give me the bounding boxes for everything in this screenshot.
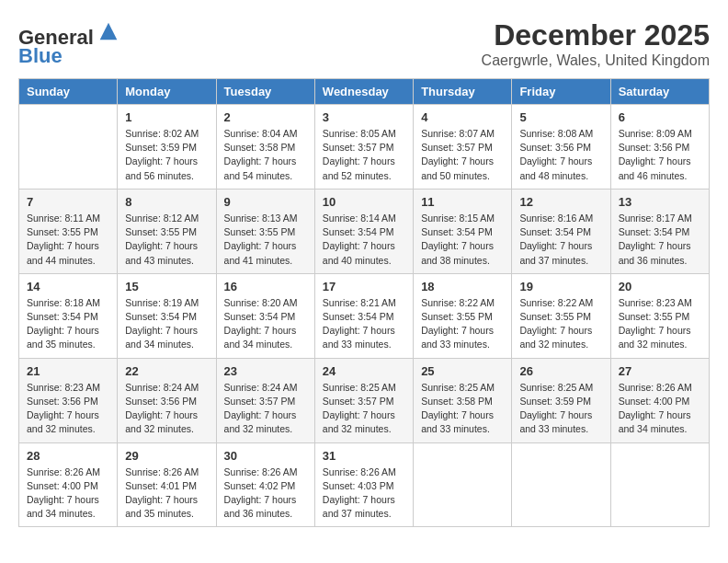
day-info: Sunrise: 8:22 AM Sunset: 3:55 PM Dayligh… <box>519 296 602 352</box>
day-info: Sunrise: 8:23 AM Sunset: 3:56 PM Dayligh… <box>27 381 109 437</box>
day-number: 10 <box>323 195 405 209</box>
day-info: Sunrise: 8:14 AM Sunset: 3:54 PM Dayligh… <box>323 212 405 268</box>
calendar-cell <box>19 105 118 190</box>
day-number: 23 <box>224 364 307 378</box>
calendar-cell: 8Sunrise: 8:12 AM Sunset: 3:55 PM Daylig… <box>118 189 216 273</box>
day-number: 21 <box>27 364 109 378</box>
logo-triangle-icon <box>96 18 121 44</box>
day-number: 12 <box>519 195 602 209</box>
day-info: Sunrise: 8:25 AM Sunset: 3:57 PM Dayligh… <box>323 381 405 437</box>
logo: General Blue <box>18 18 121 67</box>
day-info: Sunrise: 8:24 AM Sunset: 3:56 PM Dayligh… <box>125 381 208 437</box>
calendar-cell: 10Sunrise: 8:14 AM Sunset: 3:54 PM Dayli… <box>314 189 413 273</box>
calendar-cell: 4Sunrise: 8:07 AM Sunset: 3:57 PM Daylig… <box>414 105 512 190</box>
day-number: 19 <box>519 280 602 293</box>
day-info: Sunrise: 8:13 AM Sunset: 3:55 PM Dayligh… <box>224 212 307 268</box>
day-info: Sunrise: 8:15 AM Sunset: 3:54 PM Dayligh… <box>421 212 504 268</box>
day-info: Sunrise: 8:26 AM Sunset: 4:01 PM Dayligh… <box>125 465 208 522</box>
weekday-header-monday: Monday <box>118 79 216 105</box>
calendar-table: SundayMondayTuesdayWednesdayThursdayFrid… <box>18 78 710 527</box>
calendar-cell <box>512 442 610 527</box>
day-number: 29 <box>125 449 208 463</box>
day-number: 28 <box>27 449 109 463</box>
calendar-cell: 15Sunrise: 8:19 AM Sunset: 3:54 PM Dayli… <box>118 273 216 358</box>
day-number: 6 <box>619 110 701 124</box>
day-info: Sunrise: 8:07 AM Sunset: 3:57 PM Dayligh… <box>421 127 504 183</box>
day-number: 22 <box>125 364 208 378</box>
calendar-cell: 14Sunrise: 8:18 AM Sunset: 3:54 PM Dayli… <box>19 273 118 358</box>
calendar-week-row: 14Sunrise: 8:18 AM Sunset: 3:54 PM Dayli… <box>19 273 710 358</box>
calendar-cell: 21Sunrise: 8:23 AM Sunset: 3:56 PM Dayli… <box>19 358 118 442</box>
weekday-header-tuesday: Tuesday <box>216 79 314 105</box>
calendar-cell: 25Sunrise: 8:25 AM Sunset: 3:58 PM Dayli… <box>414 358 512 442</box>
day-number: 25 <box>421 364 504 378</box>
weekday-header-wednesday: Wednesday <box>314 79 413 105</box>
calendar-cell: 7Sunrise: 8:11 AM Sunset: 3:55 PM Daylig… <box>19 189 118 273</box>
calendar-cell: 17Sunrise: 8:21 AM Sunset: 3:54 PM Dayli… <box>314 273 413 358</box>
svg-marker-0 <box>100 23 118 40</box>
day-number: 8 <box>125 195 208 209</box>
calendar-cell <box>610 442 709 527</box>
calendar-cell: 28Sunrise: 8:26 AM Sunset: 4:00 PM Dayli… <box>19 442 118 527</box>
calendar-cell: 19Sunrise: 8:22 AM Sunset: 3:55 PM Dayli… <box>512 273 610 358</box>
calendar-week-row: 21Sunrise: 8:23 AM Sunset: 3:56 PM Dayli… <box>19 358 710 442</box>
weekday-header-row: SundayMondayTuesdayWednesdayThursdayFrid… <box>19 79 710 105</box>
calendar-cell: 26Sunrise: 8:25 AM Sunset: 3:59 PM Dayli… <box>512 358 610 442</box>
calendar-cell: 23Sunrise: 8:24 AM Sunset: 3:57 PM Dayli… <box>216 358 314 442</box>
day-info: Sunrise: 8:08 AM Sunset: 3:56 PM Dayligh… <box>519 127 602 183</box>
day-info: Sunrise: 8:19 AM Sunset: 3:54 PM Dayligh… <box>125 296 208 352</box>
day-number: 3 <box>323 110 405 124</box>
day-number: 4 <box>421 110 504 124</box>
day-info: Sunrise: 8:21 AM Sunset: 3:54 PM Dayligh… <box>323 296 405 352</box>
calendar-cell: 11Sunrise: 8:15 AM Sunset: 3:54 PM Dayli… <box>414 189 512 273</box>
day-number: 24 <box>323 364 405 378</box>
day-info: Sunrise: 8:02 AM Sunset: 3:59 PM Dayligh… <box>125 127 208 183</box>
day-info: Sunrise: 8:11 AM Sunset: 3:55 PM Dayligh… <box>27 212 109 268</box>
title-block: December 2025 Caergwrle, Wales, United K… <box>482 18 710 69</box>
day-number: 13 <box>619 195 701 209</box>
month-title: December 2025 <box>482 18 710 52</box>
calendar-cell: 20Sunrise: 8:23 AM Sunset: 3:55 PM Dayli… <box>610 273 709 358</box>
day-info: Sunrise: 8:20 AM Sunset: 3:54 PM Dayligh… <box>224 296 307 352</box>
day-info: Sunrise: 8:05 AM Sunset: 3:57 PM Dayligh… <box>323 127 405 183</box>
calendar-cell: 9Sunrise: 8:13 AM Sunset: 3:55 PM Daylig… <box>216 189 314 273</box>
calendar-cell <box>414 442 512 527</box>
weekday-header-thursday: Thursday <box>414 79 512 105</box>
calendar-cell: 18Sunrise: 8:22 AM Sunset: 3:55 PM Dayli… <box>414 273 512 358</box>
day-number: 14 <box>27 280 109 293</box>
day-info: Sunrise: 8:18 AM Sunset: 3:54 PM Dayligh… <box>27 296 109 352</box>
calendar-cell: 29Sunrise: 8:26 AM Sunset: 4:01 PM Dayli… <box>118 442 216 527</box>
day-info: Sunrise: 8:26 AM Sunset: 4:02 PM Dayligh… <box>224 465 307 522</box>
calendar-cell: 24Sunrise: 8:25 AM Sunset: 3:57 PM Dayli… <box>314 358 413 442</box>
page-header: General Blue December 2025 Caergwrle, Wa… <box>18 18 710 69</box>
weekday-header-friday: Friday <box>512 79 610 105</box>
calendar-week-row: 7Sunrise: 8:11 AM Sunset: 3:55 PM Daylig… <box>19 189 710 273</box>
day-number: 16 <box>224 280 307 293</box>
day-number: 15 <box>125 280 208 293</box>
calendar-cell: 30Sunrise: 8:26 AM Sunset: 4:02 PM Dayli… <box>216 442 314 527</box>
day-info: Sunrise: 8:04 AM Sunset: 3:58 PM Dayligh… <box>224 127 307 183</box>
calendar-cell: 5Sunrise: 8:08 AM Sunset: 3:56 PM Daylig… <box>512 105 610 190</box>
day-number: 9 <box>224 195 307 209</box>
day-number: 1 <box>125 110 208 124</box>
day-info: Sunrise: 8:25 AM Sunset: 3:59 PM Dayligh… <box>519 381 602 437</box>
day-number: 31 <box>323 449 405 463</box>
day-info: Sunrise: 8:26 AM Sunset: 4:03 PM Dayligh… <box>323 465 405 522</box>
calendar-cell: 12Sunrise: 8:16 AM Sunset: 3:54 PM Dayli… <box>512 189 610 273</box>
day-info: Sunrise: 8:24 AM Sunset: 3:57 PM Dayligh… <box>224 381 307 437</box>
day-number: 18 <box>421 280 504 293</box>
calendar-cell: 31Sunrise: 8:26 AM Sunset: 4:03 PM Dayli… <box>314 442 413 527</box>
logo-blue: Blue <box>18 44 63 67</box>
location-title: Caergwrle, Wales, United Kingdom <box>482 52 710 69</box>
day-number: 30 <box>224 449 307 463</box>
day-info: Sunrise: 8:26 AM Sunset: 4:00 PM Dayligh… <box>27 465 109 522</box>
calendar-cell: 2Sunrise: 8:04 AM Sunset: 3:58 PM Daylig… <box>216 105 314 190</box>
day-info: Sunrise: 8:16 AM Sunset: 3:54 PM Dayligh… <box>519 212 602 268</box>
day-number: 26 <box>519 364 602 378</box>
day-number: 20 <box>619 280 701 293</box>
weekday-header-sunday: Sunday <box>19 79 118 105</box>
calendar-cell: 27Sunrise: 8:26 AM Sunset: 4:00 PM Dayli… <box>610 358 709 442</box>
day-number: 17 <box>323 280 405 293</box>
day-number: 7 <box>27 195 109 209</box>
calendar-cell: 6Sunrise: 8:09 AM Sunset: 3:56 PM Daylig… <box>610 105 709 190</box>
